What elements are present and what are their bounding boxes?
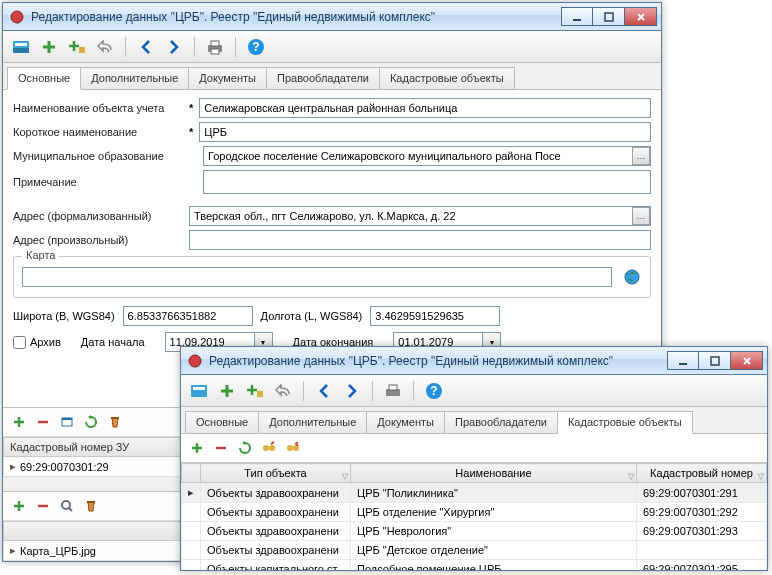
globe-icon[interactable] — [622, 267, 642, 287]
maximize-button[interactable] — [593, 7, 625, 26]
tab-cadastral[interactable]: Кадастровые объекты — [557, 411, 693, 434]
refresh-icon[interactable] — [235, 438, 255, 458]
titlebar[interactable]: Редактирование данных "ЦРБ". Реестр "Еди… — [181, 347, 767, 375]
filter-icon[interactable]: ▽ — [758, 472, 764, 481]
add-icon[interactable] — [37, 35, 61, 59]
add-icon[interactable] — [9, 496, 29, 516]
cell-zu-number: 69:29:0070301:29 — [20, 461, 109, 473]
svg-rect-15 — [111, 417, 119, 419]
tab-main[interactable]: Основные — [7, 67, 81, 90]
prev-icon[interactable] — [134, 35, 158, 59]
app-icon — [187, 353, 203, 369]
table-row[interactable]: Объекты здравоохранениЦРБ отделение "Хир… — [182, 503, 767, 522]
cell-filename: Карта_ЦРБ.jpg — [20, 545, 96, 557]
table-cadastral: Тип объекта▽ Наименование▽ Кадастровый н… — [181, 463, 767, 570]
cell-name: ЦРБ отделение "Хирургия" — [351, 503, 637, 522]
row-indicator — [182, 560, 201, 571]
help-icon[interactable]: ? — [422, 379, 446, 403]
help-icon[interactable]: ? — [244, 35, 268, 59]
svg-text:?: ? — [430, 384, 437, 398]
undo-icon[interactable] — [93, 35, 117, 59]
print-icon[interactable] — [381, 379, 405, 403]
tab-cadastral[interactable]: Кадастровые объекты — [379, 67, 515, 89]
remove-icon[interactable] — [33, 496, 53, 516]
svg-text:?: ? — [252, 40, 259, 54]
filter-icon[interactable]: ▽ — [342, 472, 348, 481]
label-lat: Широта (B, WGS84) — [13, 310, 115, 322]
add-copy-icon[interactable] — [243, 379, 267, 403]
label-archive: Архив — [30, 336, 61, 348]
remove-icon[interactable] — [211, 438, 231, 458]
input-name[interactable] — [199, 98, 651, 118]
cell-cad: 69:29:0070301:292 — [637, 503, 767, 522]
next-icon[interactable] — [162, 35, 186, 59]
filter-icon[interactable]: ▽ — [628, 472, 634, 481]
refresh-icon[interactable] — [81, 412, 101, 432]
lookup-icon[interactable]: … — [632, 147, 650, 165]
checkbox-archive[interactable] — [13, 336, 26, 349]
expander-icon[interactable]: ▸ — [10, 544, 20, 557]
input-addr-free[interactable] — [189, 230, 651, 250]
cell-cad: 69:29:0070301:293 — [637, 522, 767, 541]
column-cad[interactable]: Кадастровый номер▽ — [637, 464, 767, 483]
lookup-icon[interactable]: … — [632, 207, 650, 225]
cell-cad: 69:29:0070301:291 — [637, 483, 767, 503]
undo-icon[interactable] — [271, 379, 295, 403]
delete-icon[interactable] — [105, 412, 125, 432]
link-icon[interactable] — [259, 438, 279, 458]
search-icon[interactable] — [57, 496, 77, 516]
tab-documents[interactable]: Документы — [366, 411, 445, 433]
next-icon[interactable] — [340, 379, 364, 403]
minimize-button[interactable] — [561, 7, 593, 26]
window-title: Редактирование данных "ЦРБ". Реестр "Еди… — [31, 10, 561, 24]
tab-owners[interactable]: Правообладатели — [266, 67, 380, 89]
save-icon[interactable] — [9, 35, 33, 59]
column-name[interactable]: Наименование▽ — [351, 464, 637, 483]
svg-rect-22 — [193, 387, 205, 390]
svg-rect-1 — [573, 19, 581, 21]
add-icon[interactable] — [9, 412, 29, 432]
remove-icon[interactable] — [33, 412, 53, 432]
checkbox-archive-wrap[interactable]: Архив — [13, 336, 61, 349]
input-lat[interactable] — [123, 306, 253, 326]
add-icon[interactable] — [215, 379, 239, 403]
save-icon[interactable] — [187, 379, 211, 403]
unlink-icon[interactable] — [283, 438, 303, 458]
print-icon[interactable] — [203, 35, 227, 59]
table-row[interactable]: Объекты здравоохранениЦРБ "Неврология"69… — [182, 522, 767, 541]
column-expander[interactable] — [182, 464, 201, 483]
table-row[interactable]: ▸Объекты здравоохранениЦРБ "Поликлиника"… — [182, 483, 767, 503]
add-icon[interactable] — [187, 438, 207, 458]
input-short[interactable] — [199, 122, 651, 142]
table-row[interactable]: Объекты здравоохранениЦРБ "Детское отдел… — [182, 541, 767, 560]
svg-rect-8 — [211, 41, 219, 46]
delete-icon[interactable] — [81, 496, 101, 516]
input-lon[interactable] — [370, 306, 500, 326]
svg-point-18 — [189, 355, 201, 367]
tab-additional[interactable]: Дополнительные — [80, 67, 189, 89]
svg-point-30 — [287, 445, 293, 451]
window-cadastral: Редактирование данных "ЦРБ". Реестр "Еди… — [180, 346, 768, 571]
table-row[interactable]: Объекты капитального стПодсобное помещен… — [182, 560, 767, 571]
tab-additional[interactable]: Дополнительные — [258, 411, 367, 433]
tab-owners[interactable]: Правообладатели — [444, 411, 558, 433]
label-name: Наименование объекта учета — [13, 102, 183, 114]
add-copy-icon[interactable] — [65, 35, 89, 59]
input-map[interactable] — [22, 267, 612, 287]
titlebar[interactable]: Редактирование данных "ЦРБ". Реестр "Еди… — [3, 3, 661, 31]
column-type[interactable]: Тип объекта▽ — [201, 464, 351, 483]
minimize-button[interactable] — [667, 351, 699, 370]
label-addr-free: Адрес (произвольный) — [13, 234, 183, 246]
tab-documents[interactable]: Документы — [188, 67, 267, 89]
input-note[interactable] — [203, 170, 651, 194]
tab-main[interactable]: Основные — [185, 411, 259, 433]
close-button[interactable] — [731, 351, 763, 370]
view-icon[interactable] — [57, 412, 77, 432]
expander-icon[interactable]: ▸ — [10, 460, 20, 473]
input-muni[interactable] — [203, 146, 651, 166]
prev-icon[interactable] — [312, 379, 336, 403]
input-addr-formal[interactable] — [189, 206, 651, 226]
maximize-button[interactable] — [699, 351, 731, 370]
cell-cad: 69:29:0070301:295 — [637, 560, 767, 571]
close-button[interactable] — [625, 7, 657, 26]
